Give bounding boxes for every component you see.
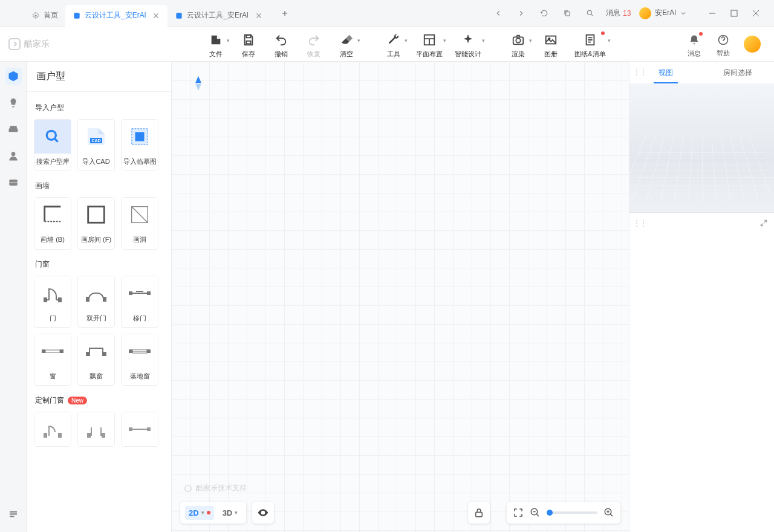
card-sliding[interactable]: 移门 <box>121 276 158 328</box>
tool-layout[interactable]: 平面布置▾ <box>410 29 449 59</box>
refresh-button[interactable] <box>537 6 551 21</box>
svg-text:CAD: CAD <box>91 138 100 143</box>
card-search-library[interactable]: 搜索户型库 <box>34 119 71 171</box>
bell-icon <box>688 34 700 46</box>
expand-icon <box>759 219 768 227</box>
zoom-in-icon[interactable] <box>603 507 614 518</box>
fit-icon[interactable] <box>513 507 524 518</box>
view-2d-button[interactable]: 2D▾ <box>185 506 214 520</box>
lock-button[interactable] <box>468 502 490 524</box>
double-door-icon <box>84 284 108 302</box>
rail-collapse[interactable] <box>5 505 22 522</box>
card-wall[interactable]: 画墙 (B) <box>34 197 71 249</box>
right-properties: ⋮⋮ <box>629 213 774 532</box>
svg-point-12 <box>548 38 550 40</box>
card-opening[interactable]: 画洞 <box>121 197 158 249</box>
tab-1-label: 云设计工具_安ErAl <box>85 10 146 21</box>
zoom-slider[interactable] <box>547 511 597 514</box>
tab-rooms[interactable]: 房间选择 <box>702 62 775 83</box>
zoom-controls <box>507 502 620 524</box>
card-door[interactable]: 门 <box>34 276 71 328</box>
section-doors: 门窗 <box>35 259 163 270</box>
chevron-down-icon: ▾ <box>235 510 238 516</box>
tool-drawings[interactable]: 图纸&清单▾ <box>567 29 613 59</box>
nav-forward-button[interactable] <box>514 6 528 21</box>
visibility-button[interactable] <box>252 502 274 524</box>
tool-redo: 恢复 <box>298 29 330 59</box>
copy-button[interactable] <box>560 6 574 21</box>
tool-album[interactable]: 图册 <box>535 29 567 59</box>
search-button[interactable] <box>583 6 597 21</box>
window-maximize[interactable] <box>723 5 745 22</box>
svg-rect-47 <box>102 433 105 437</box>
window-minimize[interactable] <box>701 5 723 22</box>
tab-design-1[interactable]: 云设计工具_安ErAl <box>65 5 167 27</box>
card-custom-1[interactable] <box>34 412 71 447</box>
tool-file[interactable]: 文件▾ <box>200 29 232 59</box>
search-icon <box>586 9 594 18</box>
user-menu[interactable]: 安ErAl <box>639 7 687 19</box>
svg-rect-26 <box>88 207 105 223</box>
nav-back-button[interactable] <box>491 6 506 21</box>
panel-body[interactable]: 导入户型 搜索户型库 CAD导入CAD 导入临摹图 画墙 画墙 (B) 画房间 … <box>27 92 171 532</box>
tool-tools[interactable]: 工具▾ <box>377 29 410 59</box>
grip-icon[interactable]: ⋮⋮ <box>633 219 646 227</box>
grip-icon[interactable]: ⋮⋮ <box>633 68 646 76</box>
zoom-out-icon[interactable] <box>530 507 541 518</box>
titlebar-right: 消息 13 安ErAl <box>491 5 774 22</box>
view-3d-button[interactable]: 3D▾ <box>219 506 242 520</box>
search-icon <box>45 129 60 144</box>
chevron-left-icon <box>494 9 502 18</box>
canvas-grid <box>172 62 629 532</box>
rail-person[interactable] <box>5 148 22 164</box>
tab-design-2[interactable]: 云设计工具_安ErAl <box>167 5 270 27</box>
toolbar-help[interactable]: 帮助 <box>709 30 738 58</box>
person-icon <box>7 150 19 162</box>
sliding-icon <box>128 423 152 435</box>
card-bay-window[interactable]: 飘窗 <box>77 334 115 386</box>
add-tab-button[interactable] <box>278 6 292 21</box>
svg-point-20 <box>47 131 56 140</box>
rail-storage[interactable] <box>5 174 22 191</box>
card-import-trace[interactable]: 导入临摹图 <box>121 119 158 171</box>
right-3d-preview[interactable] <box>629 83 774 213</box>
tab-home[interactable]: 首页 <box>24 5 65 27</box>
card-double-door[interactable]: 双开门 <box>77 276 115 328</box>
card-room[interactable]: 画房间 (F) <box>77 197 115 249</box>
close-icon[interactable] <box>255 11 263 20</box>
card-custom-2[interactable] <box>77 412 115 447</box>
tool-render[interactable]: 渲染▾ <box>502 29 535 59</box>
close-icon[interactable] <box>152 11 160 20</box>
brand-icon <box>8 38 21 50</box>
svg-rect-19 <box>10 516 15 517</box>
rail-floorplan[interactable] <box>5 68 22 85</box>
messages-label[interactable]: 消息 <box>606 8 620 18</box>
toolbar-messages[interactable]: 消息 <box>680 30 709 58</box>
card-custom-3[interactable] <box>121 412 158 447</box>
card-window[interactable]: 窗 <box>34 334 71 386</box>
watermark: 酷家乐技术支持 <box>184 483 247 493</box>
titlebar: 首页 云设计工具_安ErAl 云设计工具_安ErAl 消息 13 安ErAl <box>0 0 774 27</box>
card-floor-window[interactable]: 落地窗 <box>121 334 158 386</box>
right-tabs: ⋮⋮ 视图 房间选择 <box>629 62 774 83</box>
section-custom: 定制门窗New <box>35 395 163 406</box>
rail-furniture[interactable] <box>5 121 22 138</box>
svg-rect-41 <box>129 349 132 353</box>
cad-icon: CAD <box>84 127 108 146</box>
tool-save[interactable]: 保存 <box>232 29 265 59</box>
eraser-icon <box>340 33 353 47</box>
compass-icon[interactable] <box>194 76 203 91</box>
undo-icon <box>275 33 288 47</box>
tool-undo[interactable]: 撤销 <box>265 29 298 59</box>
svg-rect-37 <box>60 349 63 353</box>
rail-lighting[interactable] <box>5 94 22 111</box>
expand-button[interactable] <box>759 219 768 227</box>
canvas-area[interactable]: 酷家乐技术支持 2D▾ 3D▾ <box>172 62 629 532</box>
card-import-cad[interactable]: CAD导入CAD <box>77 119 115 171</box>
window-close[interactable] <box>745 5 767 22</box>
tool-clear[interactable]: 清空▾ <box>330 29 363 59</box>
chevron-down-icon: ▾ <box>201 510 204 516</box>
copy-icon <box>563 9 571 18</box>
toolbar-avatar[interactable] <box>738 30 767 53</box>
tool-smart[interactable]: 智能设计▾ <box>449 29 487 59</box>
